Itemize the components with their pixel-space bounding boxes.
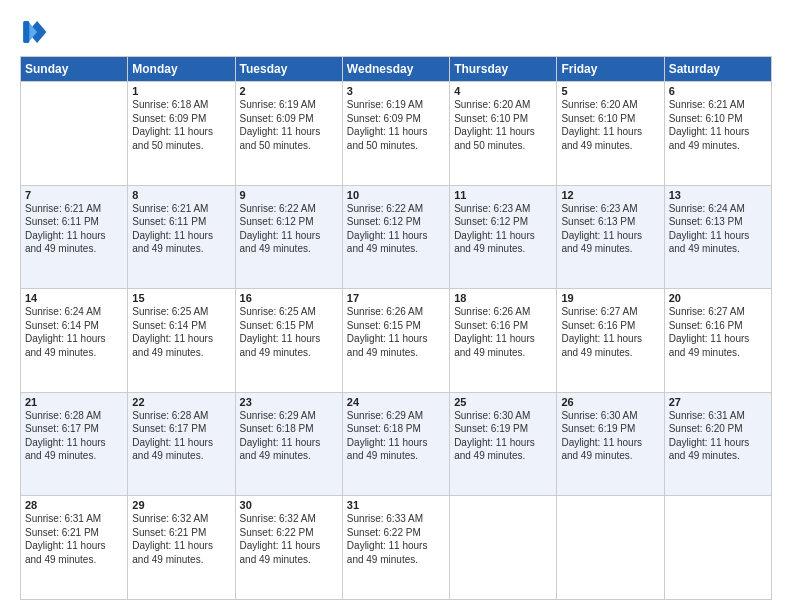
day-number: 23	[240, 396, 338, 408]
daylight-text: Daylight: 11 hours	[561, 126, 642, 137]
calendar-cell: 21Sunrise: 6:28 AMSunset: 6:17 PMDayligh…	[21, 392, 128, 496]
day-info: Sunrise: 6:31 AMSunset: 6:21 PMDaylight:…	[25, 512, 123, 566]
day-number: 14	[25, 292, 123, 304]
daylight-text: and 49 minutes.	[669, 347, 740, 358]
calendar-cell: 16Sunrise: 6:25 AMSunset: 6:15 PMDayligh…	[235, 289, 342, 393]
sunset-text: Sunset: 6:09 PM	[347, 113, 421, 124]
calendar-cell: 24Sunrise: 6:29 AMSunset: 6:18 PMDayligh…	[342, 392, 449, 496]
sunrise-text: Sunrise: 6:29 AM	[347, 410, 423, 421]
sunset-text: Sunset: 6:22 PM	[240, 527, 314, 538]
sunrise-text: Sunrise: 6:21 AM	[25, 203, 101, 214]
day-number: 20	[669, 292, 767, 304]
day-info: Sunrise: 6:24 AMSunset: 6:13 PMDaylight:…	[669, 202, 767, 256]
daylight-text: and 49 minutes.	[561, 140, 632, 151]
daylight-text: Daylight: 11 hours	[25, 540, 106, 551]
sunset-text: Sunset: 6:09 PM	[132, 113, 206, 124]
calendar-cell: 18Sunrise: 6:26 AMSunset: 6:16 PMDayligh…	[450, 289, 557, 393]
sunset-text: Sunset: 6:12 PM	[240, 216, 314, 227]
daylight-text: and 49 minutes.	[240, 347, 311, 358]
calendar-day-header: Tuesday	[235, 57, 342, 82]
calendar-header-row: SundayMondayTuesdayWednesdayThursdayFrid…	[21, 57, 772, 82]
daylight-text: and 49 minutes.	[132, 554, 203, 565]
sunset-text: Sunset: 6:16 PM	[454, 320, 528, 331]
calendar-cell: 15Sunrise: 6:25 AMSunset: 6:14 PMDayligh…	[128, 289, 235, 393]
daylight-text: and 50 minutes.	[240, 140, 311, 151]
calendar-cell: 29Sunrise: 6:32 AMSunset: 6:21 PMDayligh…	[128, 496, 235, 600]
sunset-text: Sunset: 6:17 PM	[132, 423, 206, 434]
calendar-week-row: 21Sunrise: 6:28 AMSunset: 6:17 PMDayligh…	[21, 392, 772, 496]
sunrise-text: Sunrise: 6:19 AM	[240, 99, 316, 110]
calendar-cell: 4Sunrise: 6:20 AMSunset: 6:10 PMDaylight…	[450, 82, 557, 186]
sunrise-text: Sunrise: 6:20 AM	[561, 99, 637, 110]
day-info: Sunrise: 6:30 AMSunset: 6:19 PMDaylight:…	[454, 409, 552, 463]
daylight-text: and 49 minutes.	[669, 243, 740, 254]
calendar-cell: 10Sunrise: 6:22 AMSunset: 6:12 PMDayligh…	[342, 185, 449, 289]
sunset-text: Sunset: 6:14 PM	[25, 320, 99, 331]
day-info: Sunrise: 6:19 AMSunset: 6:09 PMDaylight:…	[347, 98, 445, 152]
sunrise-text: Sunrise: 6:21 AM	[132, 203, 208, 214]
day-info: Sunrise: 6:29 AMSunset: 6:18 PMDaylight:…	[240, 409, 338, 463]
day-info: Sunrise: 6:27 AMSunset: 6:16 PMDaylight:…	[669, 305, 767, 359]
sunrise-text: Sunrise: 6:30 AM	[454, 410, 530, 421]
daylight-text: and 50 minutes.	[454, 140, 525, 151]
sunrise-text: Sunrise: 6:30 AM	[561, 410, 637, 421]
day-number: 5	[561, 85, 659, 97]
day-number: 17	[347, 292, 445, 304]
sunrise-text: Sunrise: 6:24 AM	[25, 306, 101, 317]
sunrise-text: Sunrise: 6:31 AM	[25, 513, 101, 524]
daylight-text: Daylight: 11 hours	[240, 230, 321, 241]
daylight-text: Daylight: 11 hours	[347, 437, 428, 448]
day-number: 29	[132, 499, 230, 511]
logo-icon	[20, 18, 48, 46]
sunset-text: Sunset: 6:21 PM	[25, 527, 99, 538]
daylight-text: and 49 minutes.	[561, 450, 632, 461]
sunset-text: Sunset: 6:10 PM	[561, 113, 635, 124]
day-info: Sunrise: 6:26 AMSunset: 6:15 PMDaylight:…	[347, 305, 445, 359]
calendar-cell: 19Sunrise: 6:27 AMSunset: 6:16 PMDayligh…	[557, 289, 664, 393]
sunset-text: Sunset: 6:16 PM	[669, 320, 743, 331]
sunrise-text: Sunrise: 6:21 AM	[669, 99, 745, 110]
daylight-text: Daylight: 11 hours	[454, 126, 535, 137]
day-info: Sunrise: 6:22 AMSunset: 6:12 PMDaylight:…	[347, 202, 445, 256]
sunrise-text: Sunrise: 6:33 AM	[347, 513, 423, 524]
sunrise-text: Sunrise: 6:28 AM	[25, 410, 101, 421]
daylight-text: and 49 minutes.	[347, 554, 418, 565]
logo	[20, 18, 52, 46]
sunset-text: Sunset: 6:12 PM	[347, 216, 421, 227]
day-number: 30	[240, 499, 338, 511]
day-number: 10	[347, 189, 445, 201]
sunset-text: Sunset: 6:15 PM	[347, 320, 421, 331]
day-number: 25	[454, 396, 552, 408]
day-number: 27	[669, 396, 767, 408]
daylight-text: Daylight: 11 hours	[240, 333, 321, 344]
day-number: 8	[132, 189, 230, 201]
sunrise-text: Sunrise: 6:24 AM	[669, 203, 745, 214]
sunrise-text: Sunrise: 6:31 AM	[669, 410, 745, 421]
day-info: Sunrise: 6:21 AMSunset: 6:11 PMDaylight:…	[25, 202, 123, 256]
calendar-cell: 1Sunrise: 6:18 AMSunset: 6:09 PMDaylight…	[128, 82, 235, 186]
calendar-week-row: 14Sunrise: 6:24 AMSunset: 6:14 PMDayligh…	[21, 289, 772, 393]
calendar-cell: 2Sunrise: 6:19 AMSunset: 6:09 PMDaylight…	[235, 82, 342, 186]
daylight-text: and 49 minutes.	[240, 554, 311, 565]
daylight-text: Daylight: 11 hours	[669, 437, 750, 448]
day-number: 13	[669, 189, 767, 201]
day-info: Sunrise: 6:29 AMSunset: 6:18 PMDaylight:…	[347, 409, 445, 463]
sunrise-text: Sunrise: 6:23 AM	[454, 203, 530, 214]
sunset-text: Sunset: 6:14 PM	[132, 320, 206, 331]
daylight-text: and 49 minutes.	[669, 450, 740, 461]
daylight-text: and 50 minutes.	[347, 140, 418, 151]
sunset-text: Sunset: 6:17 PM	[25, 423, 99, 434]
daylight-text: and 49 minutes.	[25, 554, 96, 565]
daylight-text: Daylight: 11 hours	[347, 126, 428, 137]
daylight-text: Daylight: 11 hours	[669, 333, 750, 344]
day-number: 15	[132, 292, 230, 304]
sunrise-text: Sunrise: 6:26 AM	[347, 306, 423, 317]
daylight-text: Daylight: 11 hours	[25, 437, 106, 448]
sunset-text: Sunset: 6:22 PM	[347, 527, 421, 538]
day-number: 6	[669, 85, 767, 97]
sunrise-text: Sunrise: 6:23 AM	[561, 203, 637, 214]
daylight-text: and 49 minutes.	[240, 243, 311, 254]
sunset-text: Sunset: 6:15 PM	[240, 320, 314, 331]
sunrise-text: Sunrise: 6:19 AM	[347, 99, 423, 110]
calendar-week-row: 7Sunrise: 6:21 AMSunset: 6:11 PMDaylight…	[21, 185, 772, 289]
